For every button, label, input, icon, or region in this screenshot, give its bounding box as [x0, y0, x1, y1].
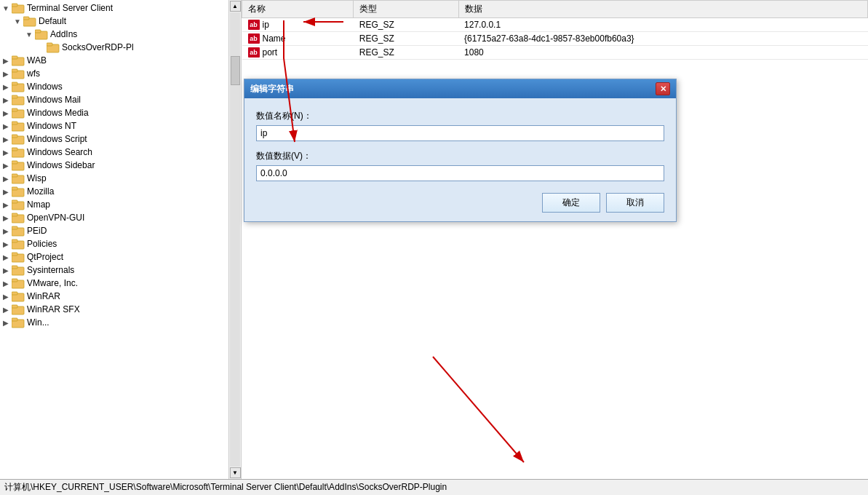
ok-button[interactable]: 确定: [542, 193, 600, 213]
folder-icon: [12, 146, 25, 158]
col-name-header: 名称: [242, 1, 354, 18]
table-row[interactable]: ab Name REG_SZ {61715a27-63a8-4dc1-9857-…: [242, 32, 868, 46]
tree-item-winrar-sfx[interactable]: ▶ WinRAR SFX: [0, 303, 228, 316]
tree-item-windows-search[interactable]: ▶ Windows Search: [0, 146, 228, 159]
tree-arrow: ▼: [12, 17, 23, 25]
tree-arrow: ▶: [0, 280, 12, 288]
name-input[interactable]: [256, 125, 664, 141]
folder-icon: [12, 317, 25, 328]
edit-string-dialog: 编辑字符串 ✕ 数值名称(N)： 数值数据(V)： 确定 取消: [244, 79, 677, 222]
svg-rect-9: [12, 56, 17, 59]
tree-item-openvpn[interactable]: ▶ OpenVPN-GUI: [0, 211, 228, 224]
tree-item-default[interactable]: ▼ Default: [0, 15, 228, 28]
svg-rect-13: [12, 82, 17, 85]
tree-arrow: ▶: [0, 135, 12, 143]
svg-rect-15: [12, 95, 17, 98]
tree-label: WAB: [27, 55, 47, 66]
tree-label: SocksOverRDP-Pl: [62, 42, 134, 52]
tree-label: PEiD: [27, 226, 47, 236]
folder-icon: [12, 225, 25, 237]
reg-name-value: Name: [263, 33, 286, 44]
reg-data-cell: 1080: [458, 46, 867, 60]
tree-panel: ▼ Terminal Server Client ▼ Default ▼ Add…: [0, 0, 229, 479]
folder-icon: [12, 199, 25, 210]
tree-item-socksoverrdp[interactable]: SocksOverRDP-Pl: [0, 41, 228, 54]
tree-label: Windows: [27, 82, 63, 92]
tree-arrow: ▶: [0, 253, 12, 261]
reg-type-cell: REG_SZ: [354, 32, 458, 46]
svg-rect-7: [47, 43, 52, 46]
folder-icon: [35, 28, 48, 40]
svg-rect-17: [12, 108, 17, 111]
scroll-down-btn[interactable]: ▼: [230, 467, 241, 478]
tree-item-nmap[interactable]: ▶ Nmap: [0, 198, 228, 211]
dialog-buttons: 确定 取消: [256, 193, 664, 213]
tree-item-qtproject[interactable]: ▶ QtProject: [0, 250, 228, 264]
tree-item-wisp[interactable]: ▶ Wisp: [0, 172, 228, 185]
table-row[interactable]: ab ip REG_SZ 127.0.0.1: [242, 18, 868, 32]
tree-item-vmware[interactable]: ▶ VMware, Inc.: [0, 277, 228, 290]
status-bar: 计算机\HKEY_CURRENT_USER\Software\Microsoft…: [0, 479, 868, 495]
svg-rect-47: [12, 305, 17, 308]
data-input[interactable]: [256, 165, 664, 181]
dialog-content: 数值名称(N)： 数值数据(V)： 确定 取消: [244, 98, 676, 221]
folder-icon: [12, 120, 25, 132]
svg-rect-1: [12, 4, 17, 7]
tree-label: WinRAR SFX: [27, 304, 80, 314]
tree-item-windows-mail[interactable]: ▶ Windows Mail: [0, 93, 228, 106]
scroll-up-btn[interactable]: ▲: [230, 1, 241, 12]
tree-arrow: ▶: [0, 188, 12, 196]
tree-scrollbar[interactable]: ▲ ▼: [229, 0, 242, 479]
reg-ab-icon: ab: [248, 47, 260, 58]
tree-item-windows-media[interactable]: ▶ Windows Media: [0, 106, 228, 119]
tree-arrow: ▶: [0, 57, 12, 65]
svg-rect-23: [12, 148, 17, 151]
folder-icon: [23, 15, 36, 27]
svg-rect-19: [12, 122, 17, 124]
tree-item-policies[interactable]: ▶ Policies: [0, 237, 228, 250]
cancel-button[interactable]: 取消: [606, 193, 664, 213]
folder-icon: [12, 173, 25, 184]
tree-arrow: ▶: [0, 122, 12, 130]
table-row[interactable]: ab port REG_SZ 1080: [242, 46, 868, 60]
tree-item-terminal-server-client[interactable]: ▼ Terminal Server Client: [0, 1, 228, 15]
tree-label: Sysinternals: [27, 265, 74, 275]
tree-item-mozilla[interactable]: ▶ Mozilla: [0, 185, 228, 198]
name-label: 数值名称(N)：: [256, 110, 664, 122]
tree-item-wab[interactable]: ▶ WAB: [0, 54, 228, 67]
tree-item-windows[interactable]: ▶ Windows: [0, 80, 228, 93]
dialog-close-button[interactable]: ✕: [656, 82, 670, 95]
tree-item-addins[interactable]: ▼ AddIns: [0, 28, 228, 41]
tree-item-windows-nt[interactable]: ▶ Windows NT: [0, 119, 228, 132]
folder-icon: [12, 212, 25, 223]
tree-arrow: ▶: [0, 96, 12, 104]
tree-arrow: ▶: [0, 266, 12, 274]
content-area: ▼ Terminal Server Client ▼ Default ▼ Add…: [0, 0, 868, 479]
folder-icon: [12, 107, 25, 119]
folder-icon: [12, 94, 25, 106]
tree-item-peid[interactable]: ▶ PEiD: [0, 224, 228, 237]
tree-arrow: ▶: [0, 214, 12, 222]
tree-label: WinRAR: [27, 291, 60, 301]
tree-label: Terminal Server Client: [27, 3, 113, 13]
data-label: 数值数据(V)：: [256, 150, 664, 162]
svg-rect-41: [12, 266, 17, 269]
tree-item-wfs[interactable]: ▶ wfs: [0, 67, 228, 80]
folder-icon: [12, 186, 25, 197]
tree-label: Wisp: [27, 173, 47, 183]
tree-item-windows-script[interactable]: ▶ Windows Script: [0, 132, 228, 146]
tree-item-windows-sidebar[interactable]: ▶ Windows Sidebar: [0, 159, 228, 172]
scroll-thumb[interactable]: [231, 56, 240, 85]
svg-rect-49: [12, 318, 17, 321]
tree-arrow: ▶: [0, 109, 12, 117]
tree-item-winx[interactable]: ▶ Win...: [0, 316, 228, 329]
dialog-titlebar: 编辑字符串 ✕: [244, 79, 676, 98]
folder-icon: [12, 2, 25, 14]
tree-item-sysinternals[interactable]: ▶ Sysinternals: [0, 264, 228, 277]
tree-arrow: ▶: [0, 293, 12, 301]
status-text: 计算机\HKEY_CURRENT_USER\Software\Microsoft…: [4, 481, 447, 494]
svg-rect-35: [12, 226, 17, 229]
reg-name-cell: ab Name: [242, 32, 354, 46]
tree-label: Default: [39, 16, 66, 26]
tree-item-winrar[interactable]: ▶ WinRAR: [0, 290, 228, 303]
